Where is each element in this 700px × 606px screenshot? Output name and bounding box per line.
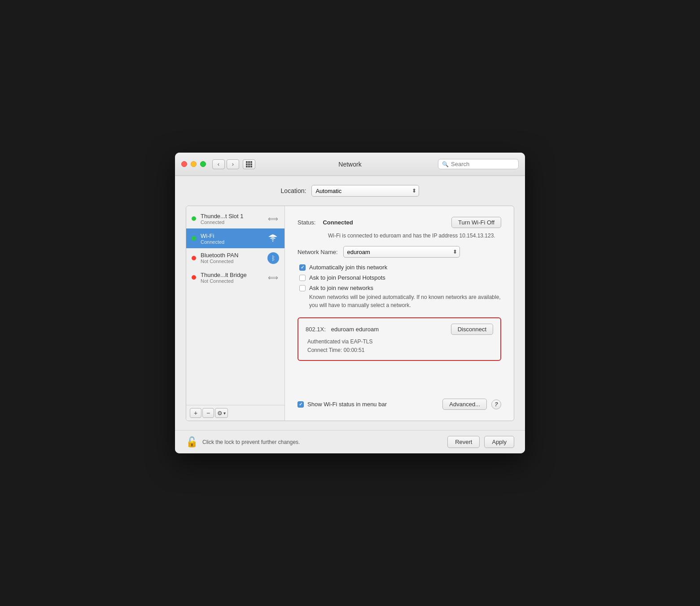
- dot8021x-row: 802.1X: eduroam eduroam Disconnect: [306, 324, 493, 335]
- arrows-icon: ⟺: [267, 212, 279, 225]
- personal-hotspot-label: Ask to join Personal Hotspots: [309, 274, 385, 281]
- personal-hotspot-checkbox[interactable]: [299, 275, 306, 281]
- status-dot-red: [192, 275, 196, 280]
- new-networks-row: Ask to join new networks: [299, 285, 501, 291]
- item-name: Wi-Fi: [201, 233, 262, 239]
- grid-view-button[interactable]: [243, 159, 255, 169]
- sidebar-item-wifi[interactable]: Wi-Fi Connected: [186, 228, 284, 248]
- sidebar-item-bluetooth[interactable]: Bluetooth PAN Not Connected ᛒ: [186, 248, 284, 268]
- remove-network-button[interactable]: −: [202, 408, 214, 418]
- item-status: Not Connected: [201, 259, 263, 264]
- apply-button[interactable]: Apply: [484, 436, 514, 448]
- status-dot-green: [192, 216, 196, 221]
- dot8021x-time: Connect Time: 00:00:51: [307, 346, 493, 355]
- status-description: Wi-Fi is connected to eduroam and has th…: [328, 232, 501, 240]
- close-button[interactable]: [181, 161, 187, 167]
- status-value: Connected: [323, 219, 353, 226]
- turn-wifi-button[interactable]: Turn Wi-Fi Off: [451, 217, 501, 228]
- titlebar: ‹ › Network 🔍: [175, 153, 525, 176]
- dot8021x-value: eduroam eduroam: [331, 326, 379, 333]
- advanced-button[interactable]: Advanced...: [442, 399, 487, 410]
- wifi-svg: [268, 233, 278, 243]
- item-status: Connected: [201, 220, 262, 225]
- sidebar-footer: + − ⚙ ▾: [186, 405, 284, 421]
- item-name: Thunde...lt Bridge: [201, 272, 262, 278]
- sidebar-item-thunderbolt1[interactable]: Thunde...t Slot 1 Connected ⟺: [186, 209, 284, 228]
- detail-panel: Status: Connected Turn Wi-Fi Off Wi-Fi i…: [285, 206, 514, 421]
- network-name-row: Network Name: eduroam ⬍: [298, 246, 501, 258]
- lock-icon[interactable]: 🔓: [186, 436, 198, 448]
- sidebar: Thunde...t Slot 1 Connected ⟺ Wi-Fi Conn…: [186, 206, 285, 421]
- fullscreen-button[interactable]: [200, 161, 206, 167]
- status-label: Status:: [298, 219, 315, 226]
- back-button[interactable]: ‹: [212, 159, 225, 169]
- item-text: Thunde...lt Bridge Not Connected: [201, 272, 262, 284]
- search-box[interactable]: 🔍: [438, 159, 519, 169]
- minimize-button[interactable]: [191, 161, 197, 167]
- traffic-lights: [181, 161, 206, 167]
- location-select-wrapper: Automatic ⬍: [311, 185, 419, 197]
- item-status: Connected: [201, 239, 262, 245]
- item-text: Thunde...t Slot 1 Connected: [201, 213, 262, 225]
- checkboxes-section: Automatically join this network Ask to j…: [299, 264, 501, 309]
- sidebar-list: Thunde...t Slot 1 Connected ⟺ Wi-Fi Conn…: [186, 206, 284, 405]
- disconnect-button[interactable]: Disconnect: [451, 324, 493, 335]
- status-row: Status: Connected Turn Wi-Fi Off: [298, 217, 501, 228]
- location-select[interactable]: Automatic: [311, 185, 419, 197]
- known-networks-note: Known networks will be joined automatica…: [309, 293, 501, 309]
- show-wifi-row: Show Wi-Fi status in menu bar: [298, 401, 438, 408]
- item-name: Thunde...t Slot 1: [201, 213, 262, 220]
- dot8021x-box: 802.1X: eduroam eduroam Disconnect Authe…: [298, 317, 501, 361]
- network-name-label: Network Name:: [298, 249, 338, 255]
- auto-join-checkbox[interactable]: [299, 264, 306, 271]
- lock-text: Click the lock to prevent further change…: [202, 439, 443, 445]
- main-window: ‹ › Network 🔍 Location: Automatic: [175, 153, 525, 453]
- help-button[interactable]: ?: [491, 400, 501, 409]
- status-dot-green: [192, 236, 196, 241]
- auto-join-label: Automatically join this network: [309, 264, 387, 271]
- main-panel: Thunde...t Slot 1 Connected ⟺ Wi-Fi Conn…: [186, 206, 514, 421]
- gear-icon: ⚙: [217, 410, 223, 417]
- svg-point-0: [272, 241, 273, 242]
- item-text: Wi-Fi Connected: [201, 233, 262, 245]
- revert-button[interactable]: Revert: [447, 436, 480, 448]
- sidebar-item-thunderbolt-bridge[interactable]: Thunde...lt Bridge Not Connected ⟺: [186, 268, 284, 287]
- dot8021x-label: 802.1X:: [306, 326, 326, 333]
- question-mark-icon: ?: [494, 401, 498, 408]
- search-input[interactable]: [451, 161, 515, 167]
- item-name: Bluetooth PAN: [201, 252, 263, 259]
- content-area: Location: Automatic ⬍ Thunde...t Slot 1: [175, 176, 525, 430]
- new-networks-checkbox[interactable]: [299, 285, 306, 291]
- item-status: Not Connected: [201, 278, 262, 284]
- forward-button[interactable]: ›: [227, 159, 239, 169]
- dot8021x-auth: Authenticated via EAP-TLS: [307, 338, 493, 346]
- bottom-row: Show Wi-Fi status in menu bar Advanced..…: [298, 399, 501, 410]
- window-title: Network: [338, 161, 361, 168]
- auto-join-row: Automatically join this network: [299, 264, 501, 271]
- network-name-select[interactable]: eduroam: [343, 246, 460, 258]
- network-name-select-wrapper: eduroam ⬍: [343, 246, 460, 258]
- add-network-button[interactable]: +: [190, 408, 201, 418]
- gear-button[interactable]: ⚙ ▾: [215, 408, 228, 418]
- location-label: Location:: [281, 187, 306, 194]
- show-wifi-checkbox[interactable]: [298, 401, 304, 408]
- new-networks-label: Ask to join new networks: [309, 285, 373, 291]
- personal-hotspot-row: Ask to join Personal Hotspots: [299, 274, 501, 281]
- show-wifi-label: Show Wi-Fi status in menu bar: [307, 401, 387, 408]
- nav-buttons: ‹ ›: [212, 159, 255, 169]
- search-icon: 🔍: [442, 161, 449, 167]
- window-footer: 🔓 Click the lock to prevent further chan…: [175, 430, 525, 453]
- item-text: Bluetooth PAN Not Connected: [201, 252, 263, 264]
- status-dot-red: [192, 256, 196, 260]
- arrows-icon: ⟺: [267, 271, 279, 284]
- grid-icon: [246, 161, 252, 167]
- wifi-icon: [267, 232, 279, 245]
- location-row: Location: Automatic ⬍: [186, 185, 514, 197]
- gear-dropdown-arrow: ▾: [223, 411, 226, 416]
- bluetooth-icon: ᛒ: [267, 252, 279, 264]
